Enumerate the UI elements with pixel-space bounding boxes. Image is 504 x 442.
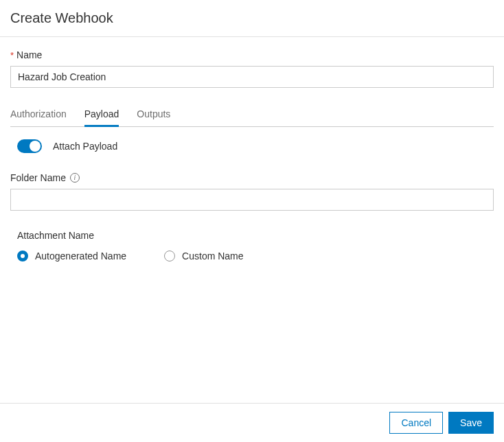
page-title: Create Webhook	[10, 10, 494, 26]
attachment-name-label: Attachment Name	[17, 230, 494, 241]
attach-payload-label: Attach Payload	[53, 141, 117, 152]
attach-payload-toggle[interactable]	[17, 139, 42, 153]
name-input[interactable]	[10, 66, 494, 88]
folder-name-input[interactable]	[10, 189, 494, 211]
info-icon[interactable]: i	[70, 173, 80, 183]
dialog-footer: Cancel Save	[0, 403, 504, 442]
save-button[interactable]: Save	[448, 412, 494, 434]
cancel-button[interactable]: Cancel	[389, 412, 443, 434]
name-label-text: Name	[16, 49, 42, 60]
radio-button-autogenerated	[17, 251, 28, 261]
folder-name-label: Folder Name	[10, 172, 66, 183]
attach-payload-row: Attach Payload	[10, 139, 494, 153]
radio-autogenerated-label: Autogenerated Name	[35, 251, 126, 261]
required-asterisk: *	[10, 50, 14, 60]
form-content: * Name Authorization Payload Outputs Att…	[0, 37, 504, 403]
tab-payload-content: Attach Payload Folder Name i Attachment …	[10, 127, 494, 261]
dialog-header: Create Webhook	[0, 0, 504, 36]
attachment-name-section: Attachment Name Autogenerated Name Custo…	[10, 230, 494, 261]
radio-custom[interactable]: Custom Name	[164, 251, 243, 261]
radio-autogenerated[interactable]: Autogenerated Name	[17, 251, 126, 261]
attachment-name-radio-group: Autogenerated Name Custom Name	[17, 251, 494, 261]
radio-button-custom	[164, 251, 175, 261]
name-field-label: * Name	[10, 49, 494, 60]
tab-authorization[interactable]: Authorization	[10, 103, 67, 127]
tab-bar: Authorization Payload Outputs	[10, 103, 494, 127]
tab-payload[interactable]: Payload	[84, 103, 119, 127]
tab-outputs[interactable]: Outputs	[137, 103, 170, 127]
toggle-knob	[30, 141, 41, 152]
radio-custom-label: Custom Name	[182, 251, 243, 261]
folder-name-label-row: Folder Name i	[10, 172, 494, 183]
